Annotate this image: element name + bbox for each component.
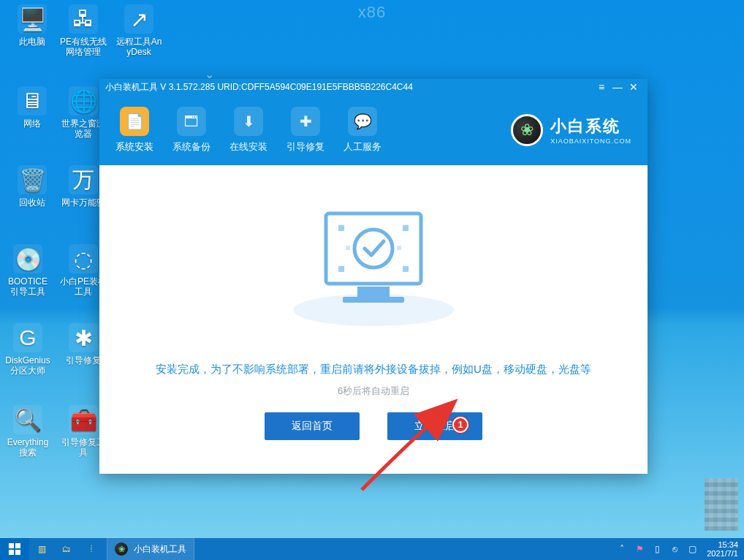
this-pc-icon: 🖥️ xyxy=(18,4,47,34)
desktop-icon-recycle[interactable]: 🗑️回收站 xyxy=(9,165,56,208)
tab-label: 系统备份 xyxy=(172,140,210,154)
tab-online[interactable]: ⬇在线安装 xyxy=(229,107,267,154)
close-button[interactable]: ✕ xyxy=(626,81,642,93)
clock-date: 2021/7/1 xyxy=(707,549,738,558)
boot-repair-tool-icon: 🧰 xyxy=(69,405,98,434)
desktop-icon-label: 回收站 xyxy=(9,197,56,208)
taskbar-task[interactable]: ❀ 小白装机工具 xyxy=(107,538,194,560)
desktop-icon-label: Everything搜索 xyxy=(4,437,51,458)
taskbar: ▥ 🗂 ⦙ ❀ 小白装机工具 ˄ ⚑ ▯ ⎋ ▢ 15:34 2021/7/1 xyxy=(0,538,744,560)
boot-icon: ✚ xyxy=(291,107,320,136)
online-icon: ⬇ xyxy=(234,107,263,136)
diskgenius-icon: G xyxy=(13,323,42,352)
tab-service[interactable]: 💬人工服务 xyxy=(343,107,382,154)
app-body: 安装完成，为了不影响系统部署，重启前请将外接设备拔掉，例如U盘，移动硬盘，光盘等… xyxy=(99,165,648,474)
world-browser-icon: 🌐 xyxy=(69,86,98,116)
start-button[interactable] xyxy=(0,538,29,560)
task-app-icon: ❀ xyxy=(115,542,128,556)
wifi-icon[interactable]: ⦙ xyxy=(79,538,104,560)
install-icon: 📄 xyxy=(120,107,149,136)
brand-url: XIAOBAIXITONG.COM xyxy=(550,137,631,145)
anydesk-icon: ↗ xyxy=(124,4,153,34)
desktop-icon-label: BOOTICE引导工具 xyxy=(4,276,51,297)
tab-label: 人工服务 xyxy=(343,140,382,154)
desktop-icon-diskgenius[interactable]: GDiskGenius分区大师 xyxy=(4,323,51,376)
annotation-badge: 1 xyxy=(452,417,468,433)
svg-rect-14 xyxy=(9,550,14,555)
menu-icon[interactable]: ≡ xyxy=(593,81,610,93)
explorer-icon[interactable]: 🗂 xyxy=(54,538,79,560)
quicklaunch: ▥ 🗂 ⦙ xyxy=(29,538,104,560)
desktop-icon-label: 网络 xyxy=(9,118,56,129)
network-icon: 🖥 xyxy=(18,86,47,116)
svg-rect-3 xyxy=(343,297,404,303)
desktop-icon-label: PE有线无线网络管理 xyxy=(60,37,107,57)
desktop-icon-bootice[interactable]: 💿BOOTICE引导工具 xyxy=(4,244,51,297)
svg-rect-7 xyxy=(338,266,344,272)
svg-rect-15 xyxy=(15,550,20,555)
boot-repair-icon: ✱ xyxy=(69,323,98,352)
toolbar: 📄系统安装🗔系统备份⬇在线安装✚引导修复💬人工服务 ❀ 小白系统 XIAOBAI… xyxy=(99,95,648,165)
status-message: 安装完成，为了不影响系统部署，重启前请将外接设备拔掉，例如U盘，移动硬盘，光盘等 xyxy=(99,363,648,377)
tray-up-icon[interactable]: ˄ xyxy=(616,543,628,555)
brand: ❀ 小白系统 XIAOBAIXITONG.COM xyxy=(511,114,631,146)
task-title: 小白装机工具 xyxy=(134,543,186,556)
tray-device-icon[interactable]: ▯ xyxy=(651,543,663,555)
desktop-icon-anydesk[interactable]: ↗远程工具AnyDesk xyxy=(115,4,162,57)
desktop-icon-network[interactable]: 🖥网络 xyxy=(9,86,56,129)
minimize-button[interactable]: — xyxy=(610,81,626,93)
back-button[interactable]: 返回首页 xyxy=(265,412,360,440)
tab-install[interactable]: 📄系统安装 xyxy=(115,107,153,154)
file-manager-icon[interactable]: ▥ xyxy=(29,538,54,560)
blurred-qr-icon xyxy=(705,478,738,531)
clock[interactable]: 15:34 2021/7/1 xyxy=(704,540,744,558)
desktop-icon-this-pc[interactable]: 🖥️此电脑 xyxy=(9,4,56,47)
desktop-icon-label: 远程工具AnyDesk xyxy=(115,37,162,57)
desktop-icon-label: 此电脑 xyxy=(9,37,56,47)
desktop-icon-label: DiskGenius分区大师 xyxy=(4,355,51,376)
backup-icon: 🗔 xyxy=(177,107,206,136)
app-window: 小白装机工具 V 3.1.572.285 URID:CDFF5A594C09E1… xyxy=(99,79,648,474)
titlebar[interactable]: 小白装机工具 V 3.1.572.285 URID:CDFF5A594C09E1… xyxy=(99,79,648,95)
desktop-icon-pe-nic[interactable]: 🖧PE有线无线网络管理 xyxy=(60,4,107,57)
tab-label: 在线安装 xyxy=(229,140,267,154)
svg-rect-12 xyxy=(9,543,14,548)
countdown-message: 6秒后将自动重启 xyxy=(99,385,648,398)
brand-logo-icon: ❀ xyxy=(511,114,543,146)
wanka-icon: 万 xyxy=(69,165,98,194)
everything-icon: 🔍 xyxy=(13,405,42,434)
bootice-icon: 💿 xyxy=(13,244,42,273)
tray: ˄ ⚑ ▯ ⎋ ▢ xyxy=(610,543,704,555)
arch-label: x86 xyxy=(358,3,386,22)
svg-rect-5 xyxy=(338,225,344,231)
svg-rect-2 xyxy=(357,287,390,297)
tray-flag-icon[interactable]: ⚑ xyxy=(634,543,645,555)
service-icon: 💬 xyxy=(348,107,377,136)
svg-rect-13 xyxy=(15,543,20,548)
recycle-icon: 🗑️ xyxy=(18,165,47,194)
tab-boot[interactable]: ✚引导修复 xyxy=(286,107,324,154)
brand-name: 小白系统 xyxy=(550,116,631,137)
success-illustration xyxy=(286,200,461,332)
tab-label: 引导修复 xyxy=(286,140,324,154)
desktop-icon-everything[interactable]: 🔍Everything搜索 xyxy=(4,405,51,458)
window-title: 小白装机工具 V 3.1.572.285 URID:CDFF5A594C09E1… xyxy=(105,81,593,94)
clock-time: 15:34 xyxy=(707,540,738,549)
svg-rect-10 xyxy=(397,246,401,250)
xiaobai-pe-icon: ◌ xyxy=(69,244,98,273)
tray-usb-icon[interactable]: ⎋ xyxy=(669,543,680,555)
tray-display-icon[interactable]: ▢ xyxy=(686,543,698,555)
pe-nic-icon: 🖧 xyxy=(69,4,98,34)
svg-rect-8 xyxy=(403,266,409,272)
svg-rect-9 xyxy=(346,246,350,250)
svg-rect-6 xyxy=(403,225,409,231)
tab-label: 系统安装 xyxy=(115,140,153,154)
tab-backup[interactable]: 🗔系统备份 xyxy=(172,107,210,154)
svg-rect-1 xyxy=(326,213,421,284)
